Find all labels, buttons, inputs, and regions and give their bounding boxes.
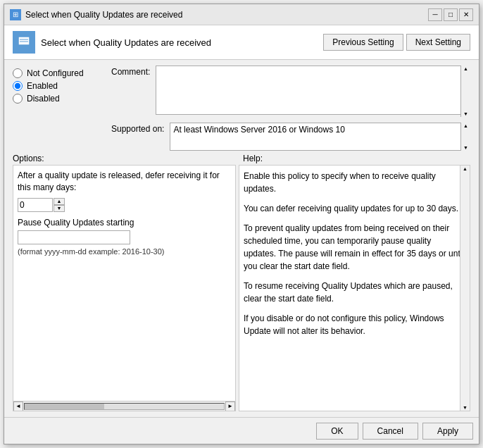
- two-col-panels: After a quality update is released, defe…: [13, 165, 470, 411]
- maximize-button[interactable]: □: [444, 8, 458, 21]
- date-input[interactable]: [18, 230, 130, 244]
- header-buttons: Previous Setting Next Setting: [323, 34, 470, 51]
- top-section: Not Configured Enabled Disabled Comment:: [13, 66, 470, 151]
- spin-down-button[interactable]: ▼: [54, 205, 65, 212]
- spin-up-button[interactable]: ▲: [54, 198, 65, 205]
- options-scrollbar: ◄ ►: [13, 401, 235, 411]
- svg-rect-1: [18, 45, 30, 48]
- header-title: Select when Quality Updates are received: [41, 37, 211, 48]
- comment-scroll-down[interactable]: ▼: [463, 111, 468, 116]
- h-scrollbar-track[interactable]: [24, 403, 225, 410]
- comment-textarea[interactable]: [156, 66, 470, 115]
- comment-area: Comment: ▲ ▼: [111, 66, 470, 117]
- help-p5: If you disable or do not configure this …: [244, 312, 465, 337]
- enabled-label: Enabled: [27, 81, 58, 91]
- cancel-button[interactable]: Cancel: [363, 423, 418, 440]
- pause-label: Pause Quality Updates starting: [18, 218, 231, 228]
- options-panel: After a quality update is released, defe…: [13, 165, 236, 411]
- disabled-radio[interactable]: [13, 94, 23, 104]
- apply-button[interactable]: Apply: [422, 423, 473, 440]
- supported-on-label: Supported on:: [111, 123, 164, 134]
- help-header: Help:: [243, 151, 268, 165]
- options-header-col: Options:: [13, 154, 240, 163]
- supported-area: Supported on: At least Windows Server 20…: [111, 123, 470, 151]
- help-p2: You can defer receiving quality updates …: [244, 202, 465, 215]
- options-header: Options:: [13, 151, 50, 165]
- supported-scroll-up[interactable]: ▲: [463, 123, 468, 128]
- header-area: Select when Quality Updates are received…: [4, 25, 479, 60]
- comment-label: Comment:: [111, 66, 150, 77]
- policy-icon: [13, 31, 35, 54]
- close-button[interactable]: ✕: [459, 8, 473, 21]
- help-scroll-up[interactable]: ▲: [463, 166, 468, 171]
- help-scroll-down[interactable]: ▼: [463, 405, 468, 410]
- options-inner: After a quality update is released, defe…: [13, 166, 235, 401]
- section-labels-row: Options: Help:: [13, 154, 470, 163]
- format-hint: (format yyyy-mm-dd example: 2016-10-30): [18, 247, 231, 256]
- defer-days-input[interactable]: [18, 198, 53, 212]
- enabled-option[interactable]: Enabled: [13, 81, 111, 91]
- supported-on-value: At least Windows Server 2016 or Windows …: [170, 123, 470, 151]
- defer-text: After a quality update is released, defe…: [18, 170, 231, 194]
- help-p4: To resume receiving Quality Updates whic…: [244, 280, 465, 305]
- help-panel: Enable this policy to specify when to re…: [239, 165, 470, 411]
- right-column: Comment: ▲ ▼ Supported on: At least Wind…: [111, 66, 470, 151]
- previous-setting-button[interactable]: Previous Setting: [323, 34, 403, 51]
- window-title: Select when Quality Updates are received: [25, 10, 182, 20]
- bottom-bar: OK Cancel Apply: [4, 417, 479, 444]
- disabled-option[interactable]: Disabled: [13, 94, 111, 104]
- help-scrollbar: ▲ ▼: [460, 166, 470, 411]
- not-configured-radio[interactable]: [13, 68, 23, 78]
- title-bar: ⊞ Select when Quality Updates are receiv…: [4, 4, 479, 25]
- disabled-label: Disabled: [27, 94, 60, 104]
- help-p3: To prevent quality updates from being re…: [244, 222, 465, 273]
- main-window: ⊞ Select when Quality Updates are receiv…: [4, 4, 479, 444]
- h-scrollbar-thumb[interactable]: [25, 404, 104, 409]
- comment-scroll-up[interactable]: ▲: [463, 66, 468, 71]
- ok-button[interactable]: OK: [316, 423, 358, 440]
- supported-scroll-down[interactable]: ▼: [463, 145, 468, 150]
- not-configured-option[interactable]: Not Configured: [13, 68, 111, 78]
- scroll-right-button[interactable]: ►: [225, 402, 235, 411]
- next-setting-button[interactable]: Next Setting: [406, 34, 470, 51]
- title-bar-left: ⊞ Select when Quality Updates are receiv…: [10, 9, 182, 20]
- help-header-col: Help:: [243, 154, 470, 163]
- header-left: Select when Quality Updates are received: [13, 31, 211, 54]
- window-icon: ⊞: [10, 9, 21, 20]
- enabled-radio[interactable]: [13, 81, 23, 91]
- help-p1: Enable this policy to specify when to re…: [244, 170, 465, 195]
- radio-column: Not Configured Enabled Disabled: [13, 66, 111, 151]
- title-bar-controls: ─ □ ✕: [428, 8, 473, 21]
- content-area: Not Configured Enabled Disabled Comment:: [4, 60, 479, 417]
- not-configured-label: Not Configured: [27, 68, 84, 78]
- scroll-left-button[interactable]: ◄: [13, 402, 23, 411]
- minimize-button[interactable]: ─: [428, 8, 442, 21]
- svg-rect-0: [18, 37, 30, 45]
- spinner: ▲ ▼: [54, 198, 65, 212]
- defer-days-row: ▲ ▼: [18, 198, 231, 212]
